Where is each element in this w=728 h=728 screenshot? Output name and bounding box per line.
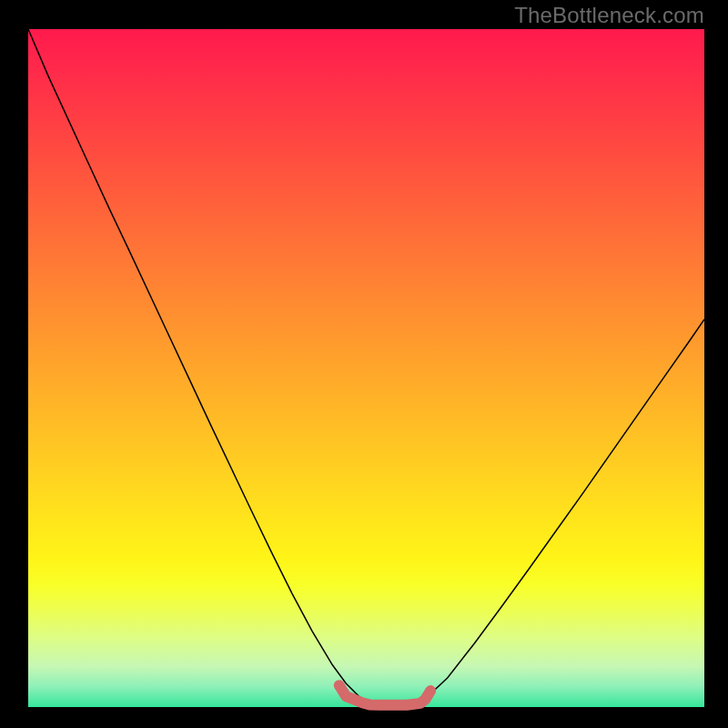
bottom-marker xyxy=(339,685,430,705)
chart-svg xyxy=(0,0,728,728)
chart-frame: TheBottleneck.com xyxy=(0,0,728,728)
watermark-text: TheBottleneck.com xyxy=(514,3,704,28)
bottleneck-curve xyxy=(28,29,704,706)
